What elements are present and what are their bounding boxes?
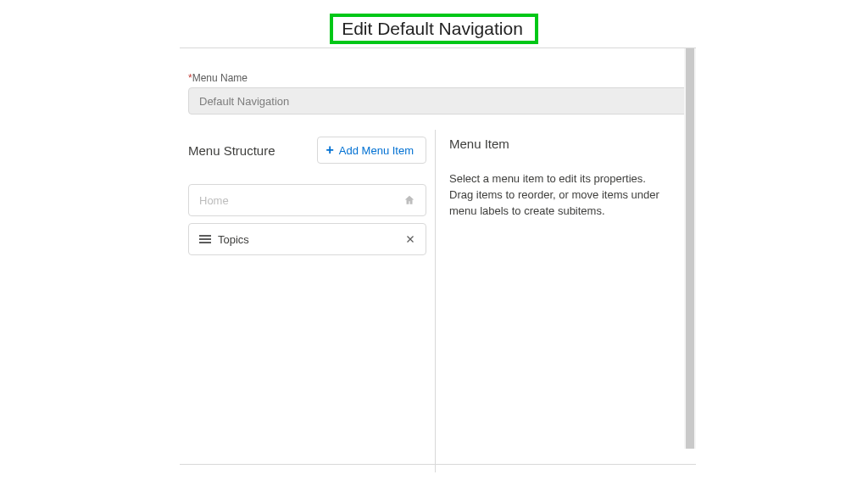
menu-item-label: Topics [218,233,249,246]
title-wrapper: Edit Default Navigation [0,14,868,44]
menu-name-field: *Menu Name [180,48,696,114]
page-title: Edit Default Navigation [342,19,523,39]
menu-item-detail-column: Menu Item Select a menu item to edit its… [435,130,696,472]
menu-item-detail-description: Select a menu item to edit its propertie… [449,171,670,220]
menu-item-topics[interactable]: Topics [188,223,426,255]
drag-handle-icon[interactable] [199,235,211,243]
scrollbar[interactable] [684,48,696,449]
add-menu-item-button[interactable]: + Add Menu Item [317,137,427,164]
page: Edit Default Navigation *Menu Name Menu … [0,0,868,497]
editor-panel: *Menu Name Menu Structure + Add Menu Ite… [180,47,696,465]
columns: Menu Structure + Add Menu Item Home [180,130,696,472]
menu-structure-header: Menu Structure + Add Menu Item [188,137,426,164]
scrollbar-thumb[interactable] [686,48,694,449]
menu-name-input[interactable] [188,87,687,114]
remove-item-button[interactable] [405,234,415,244]
menu-name-label: *Menu Name [188,72,687,84]
menu-item-detail-title: Menu Item [449,137,687,151]
menu-item-left: Home [199,194,229,207]
menu-item-label: Home [199,194,229,207]
menu-item-home[interactable]: Home [188,184,426,216]
menu-name-label-text: Menu Name [192,72,248,84]
title-highlight-box: Edit Default Navigation [330,14,538,44]
menu-item-left: Topics [199,233,249,246]
menu-structure-column: Menu Structure + Add Menu Item Home [180,130,435,472]
plus-icon: + [326,143,334,157]
add-menu-item-label: Add Menu Item [339,144,414,157]
menu-structure-title: Menu Structure [188,143,275,158]
home-icon [403,194,415,206]
